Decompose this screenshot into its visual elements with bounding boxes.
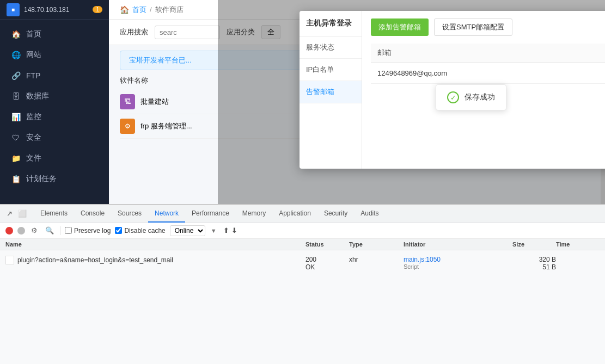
col-status-header: Status [305,241,349,248]
tab-elements[interactable]: Elements [34,205,74,223]
software-item-batch-label: 批量建站 [140,97,169,107]
modal-sidebar: 主机异常登录 服务状态 IP白名单 告警邮箱 [300,11,362,169]
throttle-arrow: ▼ [211,227,217,234]
col-time-header: Time [556,241,600,248]
tab-security-label: Security [324,209,347,217]
network-toolbar: ⚙ 🔍 Preserve log Disable cache Online ▼ … [0,223,605,239]
tab-audits[interactable]: Audits [354,205,385,223]
search-network-icon[interactable]: 🔍 [44,226,56,235]
preserve-log-text: Preserve log [74,227,111,235]
size-bot: 51 B [512,263,556,271]
tab-application[interactable]: Application [272,205,317,223]
modal-nav-service-status-label: 服务状态 [306,43,334,51]
network-row[interactable]: plugin?action=a&name=host_login&s=test_s… [0,252,605,274]
modal-nav-alert-email-label: 告警邮箱 [306,88,334,96]
download-icon[interactable]: ⬇ [231,226,237,235]
network-row-type: xhr [349,256,404,263]
email-table: 邮箱 操作 1249648969@qq.com 删除 [371,44,605,84]
sidebar: ■ 148.70.103.181 1 🏠 首页 🌐 网站 🔗 FTP 🗄 数据库… [0,0,109,204]
sidebar-item-ftp[interactable]: 🔗 FTP [0,65,109,86]
tab-memory-label: Memory [242,209,266,217]
tab-network[interactable]: Network [148,205,185,223]
modal-nav-ip-whitelist[interactable]: IP白名单 [300,59,362,81]
email-address: 1249648969@qq.com [371,63,570,84]
search-input[interactable] [155,26,220,39]
sidebar-ip: 148.70.103.181 [24,6,69,14]
initiator-sub: Script [404,263,512,270]
sidebar-item-home[interactable]: 🏠 首页 [0,24,109,45]
sidebar-item-files[interactable]: 📁 文件 [0,148,109,169]
tab-security[interactable]: Security [317,205,354,223]
search-label: 应用搜索 [120,27,148,37]
upload-download-group: ⬆ ⬇ [223,226,237,235]
shield-icon: 🛡 [11,133,21,143]
sidebar-item-website[interactable]: 🌐 网站 [0,45,109,65]
network-status-text: OK [305,263,349,271]
network-row-size: 320 B 51 B [512,256,556,271]
stop-button[interactable] [17,227,25,235]
preserve-log-checkbox[interactable] [65,227,72,234]
email-col-empty [570,44,601,63]
record-button[interactable] [5,227,13,235]
sidebar-item-label-tasks: 计划任务 [26,174,57,184]
sidebar-item-monitor[interactable]: 📊 监控 [0,107,109,127]
network-table-header: Name Status Type Initiator Size Time [0,239,605,250]
breadcrumb-home[interactable]: 首页 [132,5,146,15]
delete-action: 删除 [601,63,605,84]
sidebar-item-label-website: 网站 [26,50,41,60]
software-item-frp-label: frp 服务端管理... [140,121,192,131]
folder-icon: 📁 [11,153,21,163]
toast-text: 保存成功 [465,92,495,102]
network-row-thumbnail [5,256,14,264]
sidebar-nav: 🏠 首页 🌐 网站 🔗 FTP 🗄 数据库 📊 监控 🛡 安全 📁 文件 📋 [0,20,109,204]
cursor-tool-icon[interactable]: ↗ [4,209,14,219]
devtools-icon-group: ↗ ⬜ [4,209,27,219]
tab-audits-label: Audits [360,209,378,217]
batch-icon: 🏗 [120,94,135,109]
breadcrumb-separator: / [150,5,152,14]
devtools-panel: ↗ ⬜ Elements Console Sources Network Per… [0,204,605,364]
tab-memory[interactable]: Memory [236,205,272,223]
frp-icon: ⚙ [120,119,135,134]
smtp-config-button[interactable]: 设置SMTP邮箱配置 [434,18,512,36]
modal-nav-service-status[interactable]: 服务状态 [300,36,362,59]
network-table-body: plugin?action=a&name=host_login&s=test_s… [0,250,605,276]
network-row-initiator: main.js:1050 Script [404,256,512,270]
action-col-header: 操作 [601,44,605,63]
tab-console[interactable]: Console [74,205,111,223]
promo-text: 宝塔开发者平台已... [129,56,192,64]
sidebar-item-tasks[interactable]: 📋 计划任务 [0,169,109,189]
sidebar-item-label-database: 数据库 [26,91,49,101]
sidebar-item-label-monitor: 监控 [26,112,41,122]
sidebar-item-database[interactable]: 🗄 数据库 [0,86,109,107]
tab-performance[interactable]: Performance [185,205,236,223]
filter-icon[interactable]: ⚙ [29,226,39,235]
tab-elements-label: Elements [40,209,68,217]
disable-cache-checkbox[interactable] [115,227,122,234]
tab-network-label: Network [155,209,179,217]
add-email-button[interactable]: 添加告警邮箱 [371,18,429,36]
device-tool-icon[interactable]: ⬜ [17,209,27,219]
sidebar-item-security[interactable]: 🛡 安全 [0,127,109,148]
breadcrumb-current: 软件商店 [155,5,184,15]
ftp-icon: 🔗 [11,71,21,81]
disable-cache-text: Disable cache [124,227,165,235]
sidebar-item-label-ftp: FTP [26,71,40,80]
upload-icon[interactable]: ⬆ [223,226,229,235]
sidebar-badge: 1 [93,6,102,13]
network-status-code: 200 [305,256,349,263]
main-content: 🏠 首页 / 软件商店 应用搜索 应用分类 全 宝塔开发者平台已... 软件名称… [109,0,605,204]
initiator-link[interactable]: main.js:1050 [404,256,441,263]
toolbar-separator [60,226,60,235]
disable-cache-label[interactable]: Disable cache [115,227,165,235]
network-row-status: 200 OK [305,256,349,271]
throttle-select[interactable]: Online [170,225,205,236]
sidebar-item-label-files: 文件 [26,153,41,163]
email-col2 [570,63,601,84]
modal-nav-alert-email[interactable]: 告警邮箱 [300,81,362,103]
tab-sources[interactable]: Sources [111,205,148,223]
toast-notification: ✓ 保存成功 [436,84,506,110]
website-icon: 🌐 [11,50,21,60]
network-row-name: plugin?action=a&name=host_login&s=test_s… [5,256,305,264]
preserve-log-label[interactable]: Preserve log [65,227,111,235]
